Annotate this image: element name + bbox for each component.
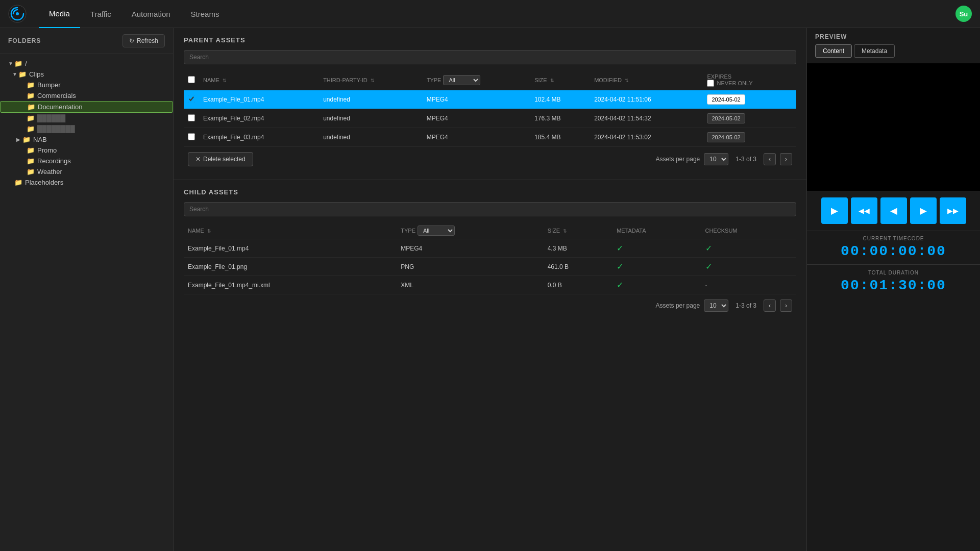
table-row[interactable]: Example_File_01.mp4 undefined MPEG4 102.… [184,90,796,109]
prev-page-button[interactable]: ‹ [764,153,776,165]
table-row[interactable]: Example_File_01.mp4_mi.xml XML 0.0 B ✓ - [184,276,796,294]
rewind-button[interactable]: ◀ [880,197,907,224]
sort-icon[interactable]: ⇅ [563,229,567,234]
content-area: PARENT ASSETS NAME ⇅ THIRD-PARTY-ID ⇅ [174,28,806,551]
nav-automation[interactable]: Automation [121,0,181,28]
select-all-checkbox[interactable] [188,76,195,83]
metadata-status-icon: ✓ [617,281,623,289]
tree-item-hidden1[interactable]: 📁 ██████ [0,113,173,123]
preview-controls: ▶ ◀◀ ◀ ▶ ▶▶ [807,191,980,230]
tree-item-clips[interactable]: ▼ 📁 Clips [0,69,173,80]
sidebar-title: FOLDERS [8,37,41,44]
tree-item-promo[interactable]: 📁 Promo [0,145,173,156]
tab-content[interactable]: Content [815,44,852,58]
next-page-button[interactable]: › [780,153,792,165]
tree-label: Placeholders [25,179,63,186]
tree-item-placeholders[interactable]: 📁 Placeholders [0,177,173,188]
tree-item-hidden2[interactable]: 📁 ████████ [0,123,173,134]
page-size-select[interactable]: 10 25 50 [704,153,728,165]
total-duration-value: 00:01:30:00 [815,278,972,293]
forward-button[interactable]: ▶ [910,197,937,224]
col-size: SIZE ⇅ [530,70,590,90]
tree-item-nab[interactable]: ▶ 📁 NAB [0,134,173,145]
table-row[interactable]: Example_File_01.png PNG 461.0 B ✓ ✓ [184,258,796,276]
expand-icon[interactable]: ▼ [12,71,18,77]
rewind-fast-button[interactable]: ◀◀ [851,197,877,224]
row-checkbox[interactable] [188,133,195,140]
cell-name: Example_File_02.mp4 [199,109,319,128]
cell-name: Example_File_01.mp4 [199,90,319,109]
sort-icon[interactable]: ⇅ [371,78,375,83]
checksum-status-icon: ✓ [705,262,712,271]
cell-name: Example_File_01.png [184,258,397,276]
delete-label: Delete selected [203,156,246,163]
main-layout: FOLDERS ↻ Refresh ▼ 📁 / ▼ 📁 Clips [0,28,980,551]
metadata-status-icon: ✓ [617,244,623,253]
child-page-size-select[interactable]: 10 25 50 [704,299,728,312]
nav-traffic[interactable]: Traffic [80,0,121,28]
preview-panel: PREVIEW Content Metadata ▶ ◀◀ ◀ ▶ ▶▶ CUR… [806,28,980,551]
child-next-page-button[interactable]: › [780,299,792,312]
sort-icon[interactable]: ⇅ [625,78,629,83]
cell-modified: 2024-04-02 11:51:06 [590,90,703,109]
tree-item-weather[interactable]: 📁 Weather [0,166,173,177]
forward-fast-button[interactable]: ▶▶ [940,197,966,224]
table-row[interactable]: Example_File_02.mp4 undefined MPEG4 176.… [184,109,796,128]
folder-tree: ▼ 📁 / ▼ 📁 Clips 📁 Bumper [0,54,173,551]
delete-selected-button[interactable]: ✕ Delete selected [188,152,253,166]
child-assets-table: NAME ⇅ TYPE All MPEG4 PNG XML [184,222,796,294]
tree-label: ██████ [37,114,65,122]
user-avatar[interactable]: Su [955,6,972,22]
cell-modified: 2024-04-02 11:53:02 [590,128,703,147]
sort-icon[interactable]: ⇅ [550,78,554,83]
sort-icon[interactable]: ⇅ [223,78,227,83]
preview-tabs: Content Metadata [815,44,972,58]
tree-item-root[interactable]: ▼ 📁 / [0,58,173,69]
table-row[interactable]: Example_File_01.mp4 MPEG4 4.3 MB ✓ ✓ [184,239,796,258]
row-checkbox[interactable] [188,114,195,121]
child-col-checksum: CHECKSUM [701,222,796,239]
tree-label: Weather [37,168,62,176]
child-prev-page-button[interactable]: ‹ [764,299,776,312]
folder-icon: 📁 [27,92,35,99]
tab-metadata[interactable]: Metadata [854,44,895,58]
cell-checksum: - [701,276,796,294]
cell-type: MPEG4 [423,90,530,109]
tree-label: Bumper [37,81,61,89]
folder-icon: 📁 [27,157,35,165]
user-menu[interactable]: Su [955,6,972,22]
folder-icon: 📁 [14,179,22,186]
expand-icon[interactable]: ▼ [8,61,14,66]
cell-type: MPEG4 [423,109,530,128]
refresh-icon: ↻ [129,37,134,44]
refresh-button[interactable]: ↻ Refresh [122,34,165,47]
child-search-input[interactable] [184,202,796,216]
never-only-checkbox[interactable] [707,80,714,87]
child-assets-title: CHILD ASSETS [184,188,796,196]
tree-item-documentation[interactable]: 📁 Documentation [0,101,173,113]
folder-icon: 📁 [27,114,35,122]
child-type-filter-select[interactable]: All MPEG4 PNG XML [418,226,455,236]
refresh-label: Refresh [137,37,158,44]
tree-item-recordings[interactable]: 📁 Recordings [0,156,173,166]
table-row[interactable]: Example_File_03.mp4 undefined MPEG4 185.… [184,128,796,147]
play-button[interactable]: ▶ [821,197,848,224]
logo[interactable] [8,5,27,23]
tree-label: Commercials [37,92,76,99]
cell-size: 4.3 MB [544,239,612,258]
row-checkbox[interactable] [188,95,195,103]
expand-icon[interactable]: ▶ [16,137,22,142]
type-filter-select[interactable]: All MPEG4 PNG XML [443,75,480,85]
tree-item-bumper[interactable]: 📁 Bumper [0,80,173,90]
cell-name: Example_File_03.mp4 [199,128,319,147]
child-assets-per-page-label: Assets per page [656,302,700,309]
cell-metadata: ✓ [612,239,701,258]
nav-media[interactable]: Media [39,0,80,28]
folder-icon: 📁 [27,81,35,89]
sort-icon[interactable]: ⇅ [207,229,211,234]
tree-item-commercials[interactable]: 📁 Commercials [0,90,173,101]
parent-assets-section: PARENT ASSETS NAME ⇅ THIRD-PARTY-ID ⇅ [174,28,806,180]
nav-streams[interactable]: Streams [181,0,230,28]
parent-search-input[interactable] [184,50,796,64]
top-nav: Media Traffic Automation Streams Su [0,0,980,28]
